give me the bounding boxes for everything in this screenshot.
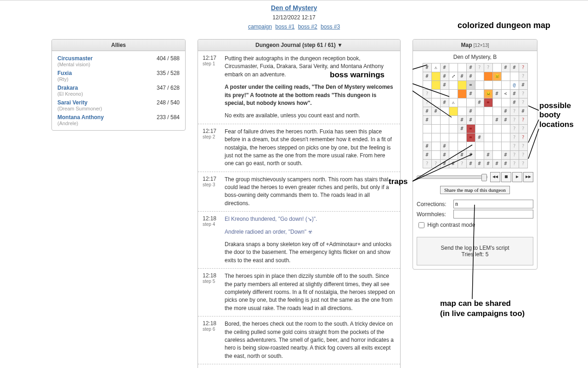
entry-time: 12:18 xyxy=(203,272,225,279)
map-cell: ? xyxy=(519,63,527,72)
map-cell xyxy=(492,133,501,142)
map-cell xyxy=(501,81,510,90)
map-cell: ? xyxy=(423,90,431,98)
ally-name-link[interactable]: Sarai Verity xyxy=(57,99,102,106)
corrections-input[interactable] xyxy=(453,200,533,208)
ally-row: Circusmaster(Mental vision)404 / 588 xyxy=(52,54,185,69)
map-cell xyxy=(431,116,440,125)
map-cell: # xyxy=(423,63,431,72)
anno-share: map can be shared xyxy=(440,299,582,308)
map-cell: # xyxy=(466,151,475,160)
map-cell: # xyxy=(501,160,510,168)
map-cell: # xyxy=(458,72,466,81)
map-cell: = xyxy=(466,125,475,133)
nav-link[interactable]: boss #3 xyxy=(321,23,340,30)
high-contrast-checkbox[interactable] xyxy=(418,222,424,228)
map-cell: # xyxy=(484,151,492,160)
map-cell: = xyxy=(466,133,475,142)
rewind-button[interactable]: ◀◀ xyxy=(490,172,500,182)
entry-text: The heroes spin in place then dizzily st… xyxy=(225,272,396,312)
map-cell xyxy=(449,63,458,72)
map-cell: # xyxy=(423,116,431,125)
journal-entry: 12:18step 7El Kreono's voice suggests "G… xyxy=(198,364,400,368)
map-cell: # xyxy=(440,63,449,72)
map-cell xyxy=(449,133,458,142)
map-cell: ? xyxy=(519,72,527,81)
map-cell: ? xyxy=(519,90,527,98)
ally-hp: 335 / 528 xyxy=(157,70,180,82)
ally-subtitle: (Andrele) xyxy=(57,121,104,126)
map-panel: Map [12×13] Den of Mystery, B #⚠##??##?#… xyxy=(413,39,537,270)
ally-hp: 233 / 584 xyxy=(157,114,180,126)
ally-name-link[interactable]: Montana Anthony xyxy=(57,114,104,121)
map-cell xyxy=(440,116,449,125)
map-cell xyxy=(431,142,440,151)
map-cell: ? xyxy=(458,160,466,168)
timestamp: 12/12/2022 12:17 xyxy=(0,14,588,21)
dungeon-map-grid: #⚠##??##?##⤢##😐?#=@#?#😐#<#??#⚠#=#?####?#… xyxy=(423,63,528,168)
ally-name-link[interactable]: Drakara xyxy=(57,85,83,91)
map-cell: ? xyxy=(519,151,527,160)
entry-step: step 2 xyxy=(203,134,225,139)
map-cell: # xyxy=(510,90,519,98)
nav-link[interactable]: boss #1 xyxy=(275,23,294,30)
map-cell xyxy=(475,116,484,125)
journal-heading[interactable]: Dungeon Journal (step 61 / 61) ▼ xyxy=(198,40,400,51)
map-cell: # xyxy=(466,116,475,125)
journal-entry: 12:17step 3The group mischievously scamp… xyxy=(198,172,400,212)
map-cell: # xyxy=(492,90,501,98)
wormholes-input[interactable] xyxy=(453,210,533,218)
journal-entry: 12:18step 6Bored, the heroes check out t… xyxy=(198,316,400,364)
map-cell xyxy=(440,90,449,98)
map-cell: ? xyxy=(519,133,527,142)
ally-name-link[interactable]: Circusmaster xyxy=(57,55,93,62)
map-cell: # xyxy=(466,72,475,81)
map-cell: # xyxy=(484,160,492,168)
map-cell: # xyxy=(475,133,484,142)
map-cell xyxy=(510,72,519,81)
map-cell xyxy=(475,142,484,151)
entry-text: No exits are available, unless you count… xyxy=(225,112,396,120)
share-map-button[interactable]: Share the map of this dungeon xyxy=(440,186,510,194)
map-cell: # xyxy=(519,81,527,90)
send-log-box[interactable]: Send the log to LEM's script Tries left:… xyxy=(417,237,533,265)
map-cell xyxy=(431,81,440,90)
fastfwd-button[interactable]: ▶▶ xyxy=(523,172,533,182)
map-cell xyxy=(492,81,501,90)
map-cell: ? xyxy=(510,142,519,151)
ally-row: Fuxia(Rty)335 / 528 xyxy=(52,69,185,83)
nav-link[interactable]: boss #2 xyxy=(298,23,317,30)
map-cell xyxy=(492,125,501,133)
map-cell: ⤢ xyxy=(449,72,458,81)
entry-text: Andrele radioed an order, "Down" ☣ xyxy=(225,228,396,236)
map-slider[interactable] xyxy=(417,175,487,179)
map-cell xyxy=(440,125,449,133)
map-cell xyxy=(475,72,484,81)
map-cell: ? xyxy=(519,98,527,107)
map-cell xyxy=(475,90,484,98)
map-cell xyxy=(458,98,466,107)
map-cell: ? xyxy=(510,160,519,168)
map-cell: ⚠ xyxy=(449,98,458,107)
map-cell xyxy=(423,81,431,90)
map-cell xyxy=(423,125,431,133)
map-cell: # xyxy=(510,63,519,72)
ally-row: Sarai Verity(Dream Summoner)248 / 540 xyxy=(52,98,185,113)
map-cell xyxy=(449,151,458,160)
map-cell: # xyxy=(501,63,510,72)
dungeon-title-link[interactable]: Den of Mystery xyxy=(271,4,317,12)
anno-share2: (in live campaigns too) xyxy=(440,309,582,318)
map-cell: ? xyxy=(510,151,519,160)
page-header: Den of Mystery 12/12/2022 12:17 campaign… xyxy=(0,0,588,30)
ally-name-link[interactable]: Fuxia xyxy=(57,70,72,76)
entry-text: Fear of failure drives the heroes north.… xyxy=(225,128,396,168)
map-cell xyxy=(458,133,466,142)
nav-link[interactable]: campaign xyxy=(248,23,272,30)
play-button[interactable]: ▶ xyxy=(512,172,522,182)
entry-step: step 4 xyxy=(203,222,225,227)
map-cell: # xyxy=(458,125,466,133)
stop-button[interactable]: ■ xyxy=(501,172,511,182)
map-cell xyxy=(501,125,510,133)
map-cell: ? xyxy=(519,142,527,151)
map-cell: ? xyxy=(484,63,492,72)
